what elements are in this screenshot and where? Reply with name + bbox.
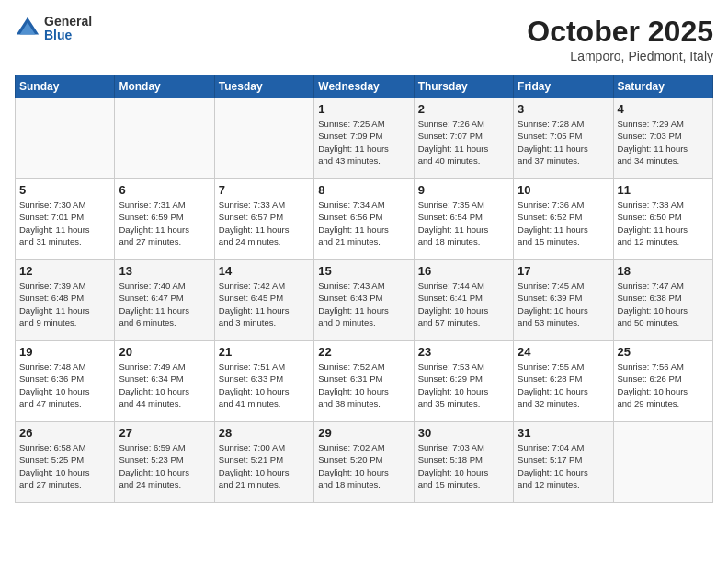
- day-info: Sunrise: 7:40 AM Sunset: 6:47 PM Dayligh…: [119, 280, 210, 328]
- calendar-cell: 23Sunrise: 7:53 AM Sunset: 6:29 PM Dayli…: [414, 341, 513, 422]
- day-number: 20: [119, 345, 210, 359]
- day-number: 5: [19, 183, 110, 197]
- calendar-week-row: 12Sunrise: 7:39 AM Sunset: 6:48 PM Dayli…: [16, 260, 713, 341]
- day-info: Sunrise: 7:34 AM Sunset: 6:56 PM Dayligh…: [318, 199, 409, 247]
- weekday-header: Friday: [514, 75, 613, 98]
- day-number: 26: [19, 426, 110, 440]
- weekday-header: Sunday: [16, 75, 115, 98]
- calendar-cell: [214, 98, 313, 179]
- weekday-header: Wednesday: [314, 75, 414, 98]
- calendar-cell: 16Sunrise: 7:44 AM Sunset: 6:41 PM Dayli…: [414, 260, 513, 341]
- day-info: Sunrise: 7:35 AM Sunset: 6:54 PM Dayligh…: [418, 199, 509, 247]
- calendar-cell: 9Sunrise: 7:35 AM Sunset: 6:54 PM Daylig…: [414, 179, 513, 260]
- calendar-cell: 3Sunrise: 7:28 AM Sunset: 7:05 PM Daylig…: [514, 98, 613, 179]
- day-info: Sunrise: 7:47 AM Sunset: 6:38 PM Dayligh…: [618, 280, 709, 328]
- calendar-cell: 12Sunrise: 7:39 AM Sunset: 6:48 PM Dayli…: [16, 260, 115, 341]
- day-info: Sunrise: 7:36 AM Sunset: 6:52 PM Dayligh…: [518, 199, 609, 247]
- month-title: October 2025: [527, 15, 713, 49]
- day-number: 24: [518, 345, 609, 359]
- weekday-header: Monday: [115, 75, 214, 98]
- calendar-cell: 6Sunrise: 7:31 AM Sunset: 6:59 PM Daylig…: [115, 179, 214, 260]
- calendar-cell: 11Sunrise: 7:38 AM Sunset: 6:50 PM Dayli…: [613, 179, 712, 260]
- day-number: 6: [119, 183, 210, 197]
- location: Lamporo, Piedmont, Italy: [527, 49, 713, 63]
- day-info: Sunrise: 7:51 AM Sunset: 6:33 PM Dayligh…: [219, 361, 310, 409]
- calendar-cell: 14Sunrise: 7:42 AM Sunset: 6:45 PM Dayli…: [214, 260, 313, 341]
- calendar-cell: 22Sunrise: 7:52 AM Sunset: 6:31 PM Dayli…: [314, 341, 414, 422]
- day-number: 30: [418, 426, 509, 440]
- day-info: Sunrise: 7:28 AM Sunset: 7:05 PM Dayligh…: [518, 118, 609, 167]
- calendar-cell: [16, 98, 115, 179]
- day-number: 4: [618, 102, 709, 116]
- weekday-header: Tuesday: [214, 75, 313, 98]
- day-info: Sunrise: 7:38 AM Sunset: 6:50 PM Dayligh…: [618, 199, 709, 247]
- day-number: 19: [19, 345, 110, 359]
- logo-general: General: [44, 15, 92, 29]
- calendar-cell: 1Sunrise: 7:25 AM Sunset: 7:09 PM Daylig…: [314, 98, 414, 179]
- calendar-week-row: 1Sunrise: 7:25 AM Sunset: 7:09 PM Daylig…: [16, 98, 713, 179]
- calendar-cell: 17Sunrise: 7:45 AM Sunset: 6:39 PM Dayli…: [514, 260, 613, 341]
- day-number: 15: [318, 264, 409, 278]
- logo-text: General Blue: [44, 15, 92, 43]
- calendar-cell: 30Sunrise: 7:03 AM Sunset: 5:18 PM Dayli…: [414, 422, 513, 503]
- calendar-week-row: 19Sunrise: 7:48 AM Sunset: 6:36 PM Dayli…: [16, 341, 713, 422]
- day-number: 31: [518, 426, 609, 440]
- day-number: 11: [618, 183, 709, 197]
- calendar-cell: [613, 422, 712, 503]
- weekday-header: Thursday: [414, 75, 513, 98]
- day-number: 8: [318, 183, 409, 197]
- day-info: Sunrise: 7:02 AM Sunset: 5:20 PM Dayligh…: [318, 442, 409, 490]
- day-number: 22: [318, 345, 409, 359]
- calendar-cell: 25Sunrise: 7:56 AM Sunset: 6:26 PM Dayli…: [613, 341, 712, 422]
- day-info: Sunrise: 7:29 AM Sunset: 7:03 PM Dayligh…: [618, 118, 709, 167]
- day-info: Sunrise: 7:49 AM Sunset: 6:34 PM Dayligh…: [119, 361, 210, 409]
- day-info: Sunrise: 7:42 AM Sunset: 6:45 PM Dayligh…: [219, 280, 310, 328]
- calendar-cell: 28Sunrise: 7:00 AM Sunset: 5:21 PM Dayli…: [214, 422, 313, 503]
- day-number: 21: [219, 345, 310, 359]
- logo-icon: [15, 16, 40, 41]
- title-section: October 2025 Lamporo, Piedmont, Italy: [527, 15, 713, 63]
- calendar-cell: 31Sunrise: 7:04 AM Sunset: 5:17 PM Dayli…: [514, 422, 613, 503]
- calendar-cell: 26Sunrise: 6:58 AM Sunset: 5:25 PM Dayli…: [16, 422, 115, 503]
- day-info: Sunrise: 7:26 AM Sunset: 7:07 PM Dayligh…: [418, 118, 509, 167]
- day-info: Sunrise: 7:39 AM Sunset: 6:48 PM Dayligh…: [19, 280, 110, 328]
- day-number: 12: [19, 264, 110, 278]
- day-info: Sunrise: 7:00 AM Sunset: 5:21 PM Dayligh…: [219, 442, 310, 490]
- day-info: Sunrise: 7:56 AM Sunset: 6:26 PM Dayligh…: [618, 361, 709, 409]
- logo: General Blue: [15, 15, 92, 43]
- day-number: 3: [518, 102, 609, 116]
- calendar-cell: 29Sunrise: 7:02 AM Sunset: 5:20 PM Dayli…: [314, 422, 414, 503]
- calendar-cell: 20Sunrise: 7:49 AM Sunset: 6:34 PM Dayli…: [115, 341, 214, 422]
- weekday-header: Saturday: [613, 75, 712, 98]
- calendar-cell: 15Sunrise: 7:43 AM Sunset: 6:43 PM Dayli…: [314, 260, 414, 341]
- day-info: Sunrise: 7:43 AM Sunset: 6:43 PM Dayligh…: [318, 280, 409, 328]
- calendar-cell: 2Sunrise: 7:26 AM Sunset: 7:07 PM Daylig…: [414, 98, 513, 179]
- day-info: Sunrise: 7:44 AM Sunset: 6:41 PM Dayligh…: [418, 280, 509, 328]
- calendar-cell: 19Sunrise: 7:48 AM Sunset: 6:36 PM Dayli…: [16, 341, 115, 422]
- day-number: 18: [618, 264, 709, 278]
- day-info: Sunrise: 7:45 AM Sunset: 6:39 PM Dayligh…: [518, 280, 609, 328]
- calendar-cell: 7Sunrise: 7:33 AM Sunset: 6:57 PM Daylig…: [214, 179, 313, 260]
- day-info: Sunrise: 7:33 AM Sunset: 6:57 PM Dayligh…: [219, 199, 310, 247]
- day-number: 23: [418, 345, 509, 359]
- day-number: 27: [119, 426, 210, 440]
- calendar-week-row: 26Sunrise: 6:58 AM Sunset: 5:25 PM Dayli…: [16, 422, 713, 503]
- day-info: Sunrise: 7:55 AM Sunset: 6:28 PM Dayligh…: [518, 361, 609, 409]
- day-number: 10: [518, 183, 609, 197]
- day-number: 9: [418, 183, 509, 197]
- calendar-table: SundayMondayTuesdayWednesdayThursdayFrid…: [15, 75, 713, 503]
- day-info: Sunrise: 7:03 AM Sunset: 5:18 PM Dayligh…: [418, 442, 509, 490]
- day-number: 7: [219, 183, 310, 197]
- calendar-cell: 18Sunrise: 7:47 AM Sunset: 6:38 PM Dayli…: [613, 260, 712, 341]
- day-number: 28: [219, 426, 310, 440]
- calendar-cell: 24Sunrise: 7:55 AM Sunset: 6:28 PM Dayli…: [514, 341, 613, 422]
- day-number: 1: [318, 102, 409, 116]
- day-info: Sunrise: 7:52 AM Sunset: 6:31 PM Dayligh…: [318, 361, 409, 409]
- day-info: Sunrise: 6:59 AM Sunset: 5:23 PM Dayligh…: [119, 442, 210, 490]
- day-number: 17: [518, 264, 609, 278]
- calendar-cell: 8Sunrise: 7:34 AM Sunset: 6:56 PM Daylig…: [314, 179, 414, 260]
- day-info: Sunrise: 7:25 AM Sunset: 7:09 PM Dayligh…: [318, 118, 409, 167]
- calendar-cell: 10Sunrise: 7:36 AM Sunset: 6:52 PM Dayli…: [514, 179, 613, 260]
- day-number: 29: [318, 426, 409, 440]
- calendar-cell: [115, 98, 214, 179]
